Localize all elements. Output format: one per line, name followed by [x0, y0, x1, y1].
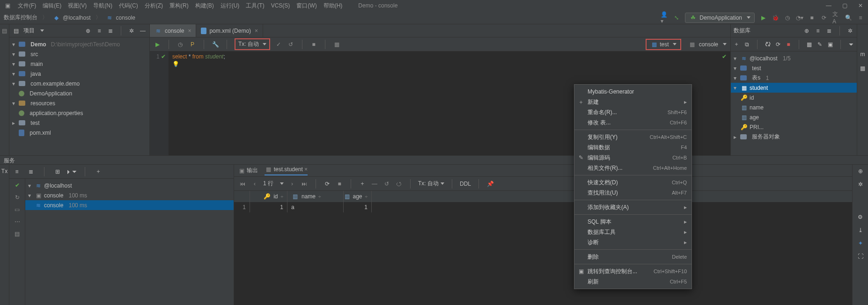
menu-navigate[interactable]: 导航(N): [93, 2, 112, 10]
ctx-modify-table[interactable]: 修改 表...Ctrl+F6: [574, 117, 691, 128]
table-row[interactable]: 1 1 a 1: [234, 202, 852, 212]
crumb-root[interactable]: 数据库控制台: [4, 14, 37, 22]
result-grid[interactable]: 🔑id÷ ▥name÷ ▥age÷ 1 1 a 1: [234, 191, 852, 305]
collapse-icon[interactable]: ≣: [27, 168, 35, 175]
remove-row-icon[interactable]: —: [371, 180, 378, 188]
maven-tool-icon[interactable]: m: [859, 51, 867, 58]
tab-result-grid[interactable]: ▦ test.student ×: [265, 166, 308, 175]
menu-tools[interactable]: 工具(T): [246, 2, 264, 10]
debug-icon[interactable]: 🐞: [772, 14, 779, 22]
ok-icon[interactable]: ✔: [14, 182, 21, 189]
build-icon[interactable]: ⤡: [673, 14, 680, 22]
maximize-icon[interactable]: ⛶: [857, 253, 864, 260]
sort-icon[interactable]: ÷: [318, 194, 321, 199]
ctx-sql-scripts[interactable]: SQL 脚本▸: [574, 217, 691, 227]
commit-icon[interactable]: ✓: [275, 41, 282, 48]
tree-app[interactable]: DemoApplication: [29, 90, 72, 97]
gear-icon[interactable]: ✲: [128, 27, 135, 35]
menu-window[interactable]: 窗口(W): [296, 2, 316, 10]
export-icon[interactable]: ⤓: [857, 226, 864, 234]
stop-icon[interactable]: ■: [808, 14, 816, 22]
menu-refactor[interactable]: 重构(R): [169, 2, 189, 10]
locate-icon[interactable]: ⊕: [803, 27, 810, 35]
db-schema[interactable]: test: [752, 65, 761, 72]
coverage-icon[interactable]: ◷: [784, 14, 791, 22]
tree-test[interactable]: test: [30, 120, 39, 126]
menu-run[interactable]: 运行(U): [221, 2, 240, 10]
cancel-icon[interactable]: ■: [310, 41, 317, 48]
ctx-delete[interactable]: 删除Delete: [574, 252, 691, 262]
db-tables[interactable]: 表s: [752, 74, 760, 82]
tree-main[interactable]: main: [30, 61, 43, 67]
filter-icon[interactable]: ⏷: [848, 41, 854, 48]
db-table-student[interactable]: student: [750, 85, 768, 91]
console-icon[interactable]: ▣: [827, 41, 833, 48]
execute-icon[interactable]: ▶: [154, 41, 161, 48]
ctx-db-tools[interactable]: 数据库工具▸: [574, 227, 691, 237]
filter-icon[interactable]: ⏵⏷: [68, 168, 75, 175]
menu-build[interactable]: 构建(B): [195, 2, 214, 10]
close-tab-icon[interactable]: ×: [255, 28, 258, 34]
stop-icon[interactable]: ▭: [14, 206, 21, 213]
services-header[interactable]: 服务: [0, 155, 868, 165]
stop-icon[interactable]: ■: [786, 41, 791, 48]
expand-all-icon[interactable]: ≡: [96, 27, 103, 35]
sort-icon[interactable]: ÷: [365, 194, 368, 199]
explain-icon[interactable]: P: [189, 41, 196, 48]
translate-icon[interactable]: 文A: [832, 14, 840, 22]
close-icon[interactable]: ✕: [857, 2, 864, 9]
ide-settings-icon[interactable]: ≡: [857, 14, 864, 22]
pin-icon[interactable]: 📌: [486, 180, 494, 188]
menu-view[interactable]: 视图(V): [68, 2, 87, 10]
menu-edit[interactable]: 编辑(E): [43, 2, 61, 10]
cell-name[interactable]: a: [287, 202, 344, 212]
sync-icon[interactable]: ⟳: [775, 41, 781, 48]
table-icon[interactable]: ▦: [807, 41, 812, 48]
ctx-add-favorites[interactable]: 添加到收藏夹(A)▸: [574, 202, 691, 212]
tree-resources[interactable]: resources: [30, 100, 55, 107]
db-server-objects[interactable]: 服务器对象: [752, 133, 780, 141]
ctx-related-files[interactable]: 相关文件(R)...Ctrl+Alt+Home: [574, 163, 691, 173]
ddl-button[interactable]: DDL: [460, 181, 471, 187]
locate-icon[interactable]: ⊕: [84, 27, 92, 35]
locate-icon[interactable]: ⊕: [857, 167, 864, 175]
ctx-copy-reference[interactable]: 复制引用(Y)Ctrl+Alt+Shift+C: [574, 132, 691, 142]
col-header-name[interactable]: ▥name÷: [287, 191, 344, 202]
tree-java[interactable]: java: [30, 71, 41, 77]
rollback-icon[interactable]: ↺: [287, 41, 294, 48]
stop-icon[interactable]: ■: [336, 180, 343, 188]
col-header-id[interactable]: 🔑id÷: [250, 191, 287, 202]
ctx-jump-to-console[interactable]: ▣跳转到查询控制台...Ctrl+Shift+F10: [574, 266, 691, 276]
tx-mode-selector[interactable]: Tx: 自动: [235, 38, 270, 50]
prev-page-icon[interactable]: ‹: [251, 180, 258, 188]
settings-icon[interactable]: 🔧: [212, 41, 219, 48]
ctx-edit-source[interactable]: ✎编辑源码Ctrl+B: [574, 152, 691, 163]
gear-icon[interactable]: ✲: [857, 181, 864, 188]
duplicate-icon[interactable]: ⧉: [744, 41, 750, 48]
user-icon[interactable]: 👤▾: [661, 14, 668, 22]
group-icon[interactable]: ⊞: [54, 168, 61, 175]
close-tab-icon[interactable]: ×: [304, 166, 308, 173]
menu-vcs[interactable]: VCS(S): [271, 2, 290, 9]
edit-icon[interactable]: ✎: [817, 41, 823, 48]
project-root[interactable]: Demo: [30, 41, 46, 48]
expand-icon[interactable]: ≡: [13, 168, 21, 175]
ctx-refresh[interactable]: 刷新Ctrl+F5: [574, 276, 691, 287]
update-icon[interactable]: ⟳: [820, 14, 828, 22]
more-icon[interactable]: ⋯: [14, 218, 21, 225]
run-gutter-icon[interactable]: ✔: [161, 53, 166, 60]
tab-console[interactable]: ≋console×: [150, 24, 196, 37]
project-tool-icon[interactable]: ▤: [1, 27, 8, 35]
tab-pom[interactable]: pom.xml (Demo)×: [196, 24, 263, 37]
db-host[interactable]: @localhost: [750, 55, 778, 62]
database-tool-icon[interactable]: ▦: [859, 65, 867, 72]
console-selector[interactable]: ▦console: [689, 41, 727, 48]
search-everywhere-icon[interactable]: 🔍: [845, 14, 852, 22]
view-icon[interactable]: ▦: [333, 41, 340, 48]
profile-icon[interactable]: ◔▾: [796, 14, 803, 22]
menu-help[interactable]: 帮助(H): [324, 2, 343, 10]
tree-package[interactable]: com.example.demo: [30, 80, 80, 87]
history-icon[interactable]: ◷: [177, 41, 184, 48]
chevron-down-icon[interactable]: [40, 29, 44, 32]
first-page-icon[interactable]: ⏮: [239, 180, 246, 188]
